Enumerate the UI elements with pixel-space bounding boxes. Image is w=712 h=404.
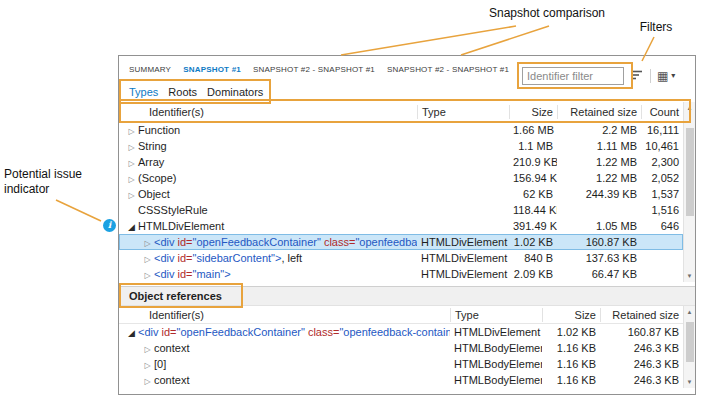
identifier-text: "openFeedbackContainer" xyxy=(193,236,324,248)
cell-count xyxy=(641,234,683,250)
tab-snapshot-1[interactable]: SNAPSHOT #1 xyxy=(183,65,241,74)
cell-retained_size: 1.11 MB xyxy=(557,138,641,154)
tab-summary[interactable]: SUMMARY xyxy=(129,65,171,74)
expander-icon[interactable]: ▷ xyxy=(125,140,138,154)
scrollbar-thumb[interactable] xyxy=(686,322,694,362)
cell-retained_size: 2.2 MB xyxy=(557,122,641,138)
expander-icon[interactable]: ▷ xyxy=(141,236,154,250)
cell-type: HTMLDivElement xyxy=(417,250,509,266)
cell-type xyxy=(417,202,509,218)
table-row[interactable]: ▷String1.1 MB1.11 MB10,461 xyxy=(119,138,683,154)
cell-type: HTMLBodyElement xyxy=(450,356,542,372)
cell-identifier: ▷context xyxy=(119,340,450,356)
cell-identifier: ◢HTMLDivElement xyxy=(119,218,417,234)
expander-icon[interactable]: ◢ xyxy=(125,325,138,340)
table-row[interactable]: CSSStyleRule118.44 KB1,516 xyxy=(119,202,683,218)
screenshot-canvas: Snapshot comparison Filters Potential is… xyxy=(0,0,712,404)
cell-count xyxy=(641,266,683,282)
table-row[interactable]: ▷[0]HTMLBodyElement1.16 KB246.3 KB xyxy=(119,356,683,372)
cell-size: 1.66 MB xyxy=(509,122,557,138)
table-row[interactable]: ▷Object62 KB244.39 KB1,537 xyxy=(119,186,683,202)
identifier-text: [0] xyxy=(154,358,166,370)
identifier-text: , left xyxy=(281,252,302,264)
cell-type xyxy=(417,122,509,138)
identifier-text: id= xyxy=(162,326,177,338)
tab-dominators[interactable]: Dominators xyxy=(207,86,263,98)
column-header-retained-size[interactable]: Retained size xyxy=(557,105,641,119)
column-header-identifiers[interactable]: Identifier(s) xyxy=(119,308,450,322)
cell-identifier: ▷String xyxy=(119,138,417,154)
column-header-count[interactable]: Count xyxy=(641,105,683,119)
expander-icon[interactable]: ▷ xyxy=(141,374,154,388)
expander-icon[interactable]: ▷ xyxy=(141,252,154,266)
expander-icon[interactable]: ◢ xyxy=(125,219,138,234)
identifier-text: (Scope) xyxy=(138,172,177,184)
scroll-down-icon[interactable]: ▼ xyxy=(684,270,695,282)
cell-size: 1.16 KB xyxy=(542,372,600,388)
identifier-text: "openfeedback-co... xyxy=(355,236,417,248)
cell-retained_size: 160.87 KB xyxy=(557,234,641,250)
cell-count: 646 xyxy=(641,218,683,234)
table-row[interactable]: ◢<div id="openFeedbackContainer" class="… xyxy=(119,324,683,340)
cell-identifier: ◢<div id="openFeedbackContainer" class="… xyxy=(119,324,450,340)
cell-identifier: ▷<div id="openFeedbackContainer" class="… xyxy=(119,234,417,250)
cell-size: 840 B xyxy=(509,250,557,266)
identifier-text: <div xyxy=(138,326,162,338)
column-chooser-icon[interactable]: ▦ xyxy=(657,69,668,83)
expander-icon[interactable]: ▷ xyxy=(125,156,138,170)
expander-icon[interactable]: ▷ xyxy=(141,358,154,372)
column-header-size[interactable]: Size xyxy=(542,308,600,322)
table-row[interactable]: ▷<div id="openFeedbackContainer" class="… xyxy=(119,234,683,250)
expander-icon[interactable]: ▷ xyxy=(141,268,154,282)
cell-count: 1,516 xyxy=(641,202,683,218)
identifier-filter-input[interactable] xyxy=(522,67,624,85)
dropdown-arrow-icon[interactable]: ▾ xyxy=(671,69,675,83)
expander-icon[interactable]: ▷ xyxy=(125,172,138,186)
cell-retained_size: 246.3 KB xyxy=(600,356,683,372)
table-row[interactable]: ▷(Scope)156.94 KB1.22 MB2,052 xyxy=(119,170,683,186)
scroll-up-icon[interactable]: ▲ xyxy=(684,102,695,114)
table-row[interactable]: ▷contextHTMLBodyElement1.16 KB246.3 KB xyxy=(119,340,683,356)
identifier-text: id= xyxy=(178,252,193,264)
identifier-text: <div xyxy=(154,252,178,264)
expander-icon[interactable]: ▷ xyxy=(141,342,154,356)
potential-issue-icon[interactable]: i xyxy=(103,219,116,232)
tab-types[interactable]: Types xyxy=(129,86,158,98)
types-table-header: Identifier(s) Type Size Retained size Co… xyxy=(119,102,683,122)
vertical-scrollbar[interactable]: ▲ ▼ xyxy=(683,102,695,282)
vertical-scrollbar[interactable]: ▲ ▼ xyxy=(683,306,695,388)
cell-count: 10,461 xyxy=(641,138,683,154)
column-header-type[interactable]: Type xyxy=(417,105,509,119)
tab-roots[interactable]: Roots xyxy=(168,86,197,98)
table-row[interactable]: i◢HTMLDivElement391.49 KB1.05 MB646 xyxy=(119,218,683,234)
table-row[interactable]: ▷Function1.66 MB2.2 MB16,111 xyxy=(119,122,683,138)
column-header-type[interactable]: Type xyxy=(450,308,542,322)
identifier-text: "openFeedbackContainer" xyxy=(177,326,308,338)
expander-icon[interactable]: ▷ xyxy=(125,188,138,202)
column-header-identifiers[interactable]: Identifier(s) xyxy=(119,105,417,119)
table-row[interactable]: ▷Array210.9 KB1.22 MB2,300 xyxy=(119,154,683,170)
table-row[interactable]: ▷contextHTMLBodyElement1.16 KB246.3 KB xyxy=(119,372,683,388)
types-table-rows: ▷Function1.66 MB2.2 MB16,111▷String1.1 M… xyxy=(119,122,683,282)
annotation-snapshot-comparison: Snapshot comparison xyxy=(462,6,632,21)
table-row[interactable]: ▷<div id="main">HTMLDivElement2.09 KB66.… xyxy=(119,266,683,282)
column-header-size[interactable]: Size xyxy=(509,105,557,119)
identifier-text: Array xyxy=(138,156,164,168)
cell-type: HTMLBodyElement xyxy=(450,372,542,388)
cell-type: HTMLBodyElement xyxy=(450,340,542,356)
scrollbar-thumb[interactable] xyxy=(686,128,694,216)
expander-icon[interactable]: ▷ xyxy=(125,124,138,138)
cell-retained_size: 244.39 KB xyxy=(557,186,641,202)
cell-size: 1.02 KB xyxy=(509,234,557,250)
view-tab-bar: Types Roots Dominators xyxy=(119,82,263,102)
scroll-down-icon[interactable]: ▼ xyxy=(684,376,695,388)
table-row[interactable]: ▷<div id="sidebarContent">, leftHTMLDivE… xyxy=(119,250,683,266)
references-table-rows: ◢<div id="openFeedbackContainer" class="… xyxy=(119,324,683,388)
memory-profiler-panel: SUMMARY SNAPSHOT #1 SNAPSHOT #2 - SNAPSH… xyxy=(118,55,696,395)
tab-snapshot-diff-2[interactable]: SNAPSHOT #2 - SNAPSHOT #1 xyxy=(387,65,509,74)
scroll-up-icon[interactable]: ▲ xyxy=(684,306,695,318)
identifier-text: context xyxy=(154,342,189,354)
column-header-retained-size[interactable]: Retained size xyxy=(600,308,683,322)
tab-snapshot-diff-1[interactable]: SNAPSHOT #2 - SNAPSHOT #1 xyxy=(253,65,375,74)
filter-options-icon[interactable] xyxy=(630,69,644,84)
